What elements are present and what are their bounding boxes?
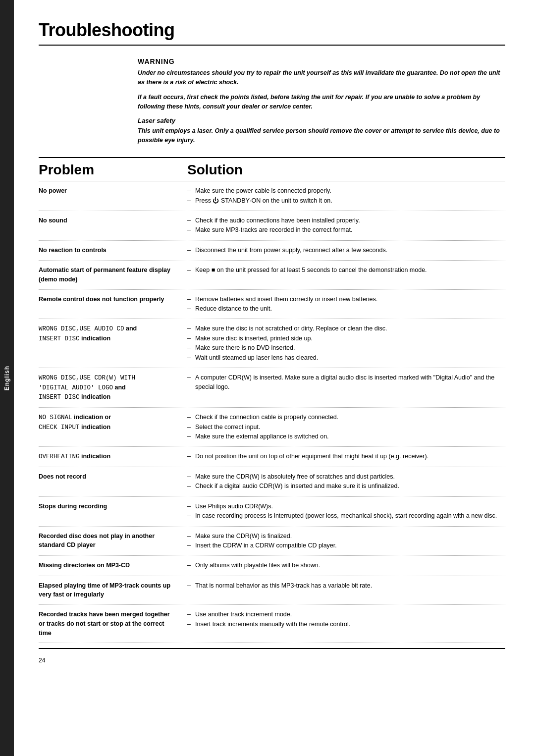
table-row: Elapsed playing time of MP3-track counts… bbox=[39, 576, 505, 605]
table-row: Recorded tracks have been merged togethe… bbox=[39, 605, 505, 643]
header-solution: Solution bbox=[187, 162, 243, 178]
solution-item: Insert track increments manually with th… bbox=[187, 620, 505, 629]
table-row: Missing directories on MP3-CDOnly albums… bbox=[39, 556, 505, 576]
problem-cell: Automatic start of permanent feature dis… bbox=[39, 266, 187, 284]
solution-cell: Use another track increment mode.Insert … bbox=[187, 610, 505, 629]
solution-cell: Keep ■ on the unit pressed for at least … bbox=[187, 266, 505, 275]
side-tab-label: English bbox=[3, 366, 10, 390]
warning-section: WARNING Under no circumstances should yo… bbox=[138, 57, 505, 145]
solution-cell: Make sure the CDR(W) is finalized.Insert… bbox=[187, 532, 505, 551]
solution-item: A computer CDR(W) is inserted. Make sure… bbox=[187, 373, 505, 392]
solution-item: Use Philips audio CDR(W)s. bbox=[187, 502, 505, 511]
problem-cell: NO SIGNAL indication orCHECK INPUT indic… bbox=[39, 413, 187, 432]
problem-cell: Recorded tracks have been merged togethe… bbox=[39, 610, 187, 638]
problem-cell: Does not record bbox=[39, 472, 187, 482]
solution-cell: Do not position the unit on top of other… bbox=[187, 452, 505, 461]
page-wrapper: English Troubleshooting WARNING Under no… bbox=[0, 0, 535, 756]
bottom-divider bbox=[39, 648, 505, 649]
problem-cell: Recorded disc does not play in another s… bbox=[39, 532, 187, 550]
page-number: 24 bbox=[39, 657, 505, 664]
solution-item: Check if the connection cable is properl… bbox=[187, 413, 505, 422]
problem-cell: Missing directories on MP3-CD bbox=[39, 561, 187, 570]
solution-cell: Make sure the power cable is connected p… bbox=[187, 186, 505, 206]
table-row: Does not recordMake sure the CDR(W) is a… bbox=[39, 467, 505, 497]
problem-cell: No power bbox=[39, 186, 187, 196]
table-row: NO SIGNAL indication orCHECK INPUT indic… bbox=[39, 408, 505, 447]
side-tab: English bbox=[0, 0, 14, 756]
solution-item: Press ⏻ STANDBY·ON on the unit to switch… bbox=[187, 196, 505, 206]
table-row: No powerMake sure the power cable is con… bbox=[39, 181, 505, 211]
page-title: Troubleshooting bbox=[39, 20, 505, 41]
table-header: Problem Solution bbox=[39, 157, 505, 181]
problem-cell: Remote control does not function properl… bbox=[39, 295, 187, 304]
solution-item: Keep ■ on the unit pressed for at least … bbox=[187, 266, 505, 275]
table-row: No reaction to controlsDisconnect the un… bbox=[39, 241, 505, 261]
solution-item: Make sure MP3-tracks are recorded in the… bbox=[187, 225, 505, 235]
solution-item: Make sure the disc is not scratched or d… bbox=[187, 324, 505, 333]
table-body: No powerMake sure the power cable is con… bbox=[39, 181, 505, 643]
solution-item: Reduce distance to the unit. bbox=[187, 304, 505, 314]
solution-cell: Check if the audio connections have been… bbox=[187, 216, 505, 235]
table-row: No soundCheck if the audio connections h… bbox=[39, 211, 505, 241]
solution-item: Insert the CDRW in a CDRW compatible CD … bbox=[187, 541, 505, 550]
solution-item: Wait until steamed up laser lens has cle… bbox=[187, 353, 505, 363]
warning-body2: If a fault occurs, first check the point… bbox=[138, 93, 505, 112]
solution-cell: Make sure the disc is not scratched or d… bbox=[187, 324, 505, 363]
table-row: WRONG DISC,USE CDR(W) WITH'DIGITAL AUDIO… bbox=[39, 368, 505, 408]
solution-cell: Use Philips audio CDR(W)s.In case record… bbox=[187, 502, 505, 521]
solution-item: Make sure there is no DVD inserted. bbox=[187, 343, 505, 353]
problem-cell: No reaction to controls bbox=[39, 246, 187, 255]
problem-cell: OVERHEATING indication bbox=[39, 452, 187, 462]
solution-item: Make sure the power cable is connected p… bbox=[187, 186, 505, 196]
solution-cell: Make sure the CDR(W) is absolutely free … bbox=[187, 472, 505, 491]
laser-body: This unit employs a laser. Only a qualif… bbox=[138, 126, 505, 146]
solution-item: Make sure the CDR(W) is finalized. bbox=[187, 532, 505, 541]
solution-item: Check if a digital audio CDR(W) is inser… bbox=[187, 482, 505, 491]
table-row: OVERHEATING indicationDo not position th… bbox=[39, 447, 505, 467]
solution-item: Remove batteries and insert them correct… bbox=[187, 295, 505, 304]
solution-item: Check if the audio connections have been… bbox=[187, 216, 505, 225]
solution-item: Only albums with playable files will be … bbox=[187, 561, 505, 570]
solution-item: Select the correct input. bbox=[187, 423, 505, 432]
solution-cell: That is normal behavior as this MP3-trac… bbox=[187, 581, 505, 591]
problem-cell: No sound bbox=[39, 216, 187, 225]
table-row: Automatic start of permanent feature dis… bbox=[39, 261, 505, 290]
warning-body1: Under no circumstances should you try to… bbox=[138, 68, 505, 88]
laser-title: Laser safety bbox=[138, 117, 505, 124]
solution-item: Use another track increment mode. bbox=[187, 610, 505, 619]
table-row: Remote control does not function properl… bbox=[39, 290, 505, 320]
solution-item: Make sure the CDR(W) is absolutely free … bbox=[187, 472, 505, 482]
header-problem: Problem bbox=[39, 162, 187, 178]
table-row: Recorded disc does not play in another s… bbox=[39, 527, 505, 556]
solution-cell: Remove batteries and insert them correct… bbox=[187, 295, 505, 314]
solution-cell: Check if the connection cable is properl… bbox=[187, 413, 505, 441]
table-row: Stops during recordingUse Philips audio … bbox=[39, 497, 505, 527]
problem-cell: WRONG DISC,USE CDR(W) WITH'DIGITAL AUDIO… bbox=[39, 373, 187, 402]
solution-item: That is normal behavior as this MP3-trac… bbox=[187, 581, 505, 591]
solution-item: In case recording process is interrupted… bbox=[187, 511, 505, 521]
solution-item: Make sure disc is inserted, printed side… bbox=[187, 334, 505, 343]
main-content: Troubleshooting WARNING Under no circums… bbox=[14, 0, 535, 756]
solution-cell: Only albums with playable files will be … bbox=[187, 561, 505, 570]
problem-cell: Stops during recording bbox=[39, 502, 187, 511]
problem-cell: WRONG DISC,USE AUDIO CD andINSERT DISC i… bbox=[39, 324, 187, 344]
solution-cell: Disconnect the unit from power supply, r… bbox=[187, 246, 505, 255]
solution-item: Make sure the external appliance is swit… bbox=[187, 432, 505, 441]
table-row: WRONG DISC,USE AUDIO CD andINSERT DISC i… bbox=[39, 319, 505, 368]
warning-title: WARNING bbox=[138, 57, 505, 65]
solution-item: Disconnect the unit from power supply, r… bbox=[187, 246, 505, 255]
solution-cell: A computer CDR(W) is inserted. Make sure… bbox=[187, 373, 505, 392]
solution-item: Do not position the unit on top of other… bbox=[187, 452, 505, 461]
problem-cell: Elapsed playing time of MP3-track counts… bbox=[39, 581, 187, 600]
title-divider bbox=[39, 45, 505, 46]
